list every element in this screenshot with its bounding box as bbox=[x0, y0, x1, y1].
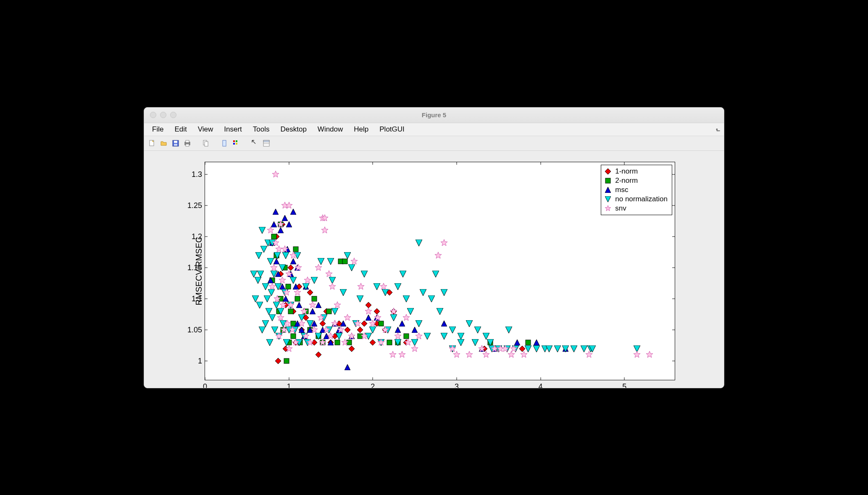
close-window-dot[interactable] bbox=[150, 112, 156, 118]
x-tick-label: 4 bbox=[539, 380, 543, 388]
data-point bbox=[279, 301, 287, 308]
dock-icon[interactable]: ↲ bbox=[715, 128, 721, 131]
svg-rect-47 bbox=[387, 340, 392, 345]
svg-rect-11 bbox=[236, 140, 237, 142]
data-point bbox=[262, 283, 269, 290]
data-point bbox=[428, 295, 435, 302]
menu-insert[interactable]: Insert bbox=[219, 124, 247, 135]
legend-entry[interactable]: msc bbox=[604, 185, 668, 195]
data-point bbox=[274, 258, 279, 264]
y-tick-label: 1 bbox=[198, 357, 205, 366]
property-inspector-icon[interactable] bbox=[262, 139, 271, 148]
data-point bbox=[441, 333, 447, 340]
edit-plot-icon[interactable] bbox=[250, 139, 259, 148]
zoom-window-dot[interactable] bbox=[170, 112, 176, 118]
data-point bbox=[472, 339, 479, 346]
data-point bbox=[533, 345, 540, 352]
data-point bbox=[273, 302, 280, 308]
data-point bbox=[292, 339, 299, 346]
data-point bbox=[304, 276, 311, 284]
legend-entry[interactable]: 1-norm bbox=[604, 167, 668, 176]
data-point bbox=[348, 332, 355, 340]
svg-rect-13 bbox=[236, 143, 237, 145]
data-point bbox=[646, 351, 653, 358]
insert-colorbar-icon[interactable] bbox=[231, 139, 241, 148]
legend-label: 2-norm bbox=[615, 176, 638, 185]
svg-rect-30 bbox=[293, 247, 298, 252]
y-axis-label: RMSECV/RMSEC bbox=[194, 237, 204, 305]
data-point bbox=[290, 209, 296, 215]
menu-desktop[interactable]: Desktop bbox=[276, 124, 311, 135]
menu-file[interactable]: File bbox=[147, 124, 168, 135]
data-point bbox=[525, 340, 531, 345]
menu-plotgui[interactable]: PlotGUI bbox=[375, 124, 409, 135]
print-icon[interactable] bbox=[183, 139, 192, 148]
legend-label: snv bbox=[615, 204, 626, 213]
data-point bbox=[389, 351, 397, 358]
data-point bbox=[365, 308, 372, 315]
axes-wrapper: 1-norm2-normmscno normalizationsnv 11.05… bbox=[205, 162, 694, 380]
data-point bbox=[284, 358, 289, 364]
legend-entry[interactable]: 2-norm bbox=[604, 176, 668, 185]
data-point bbox=[286, 221, 292, 227]
data-point bbox=[403, 333, 409, 339]
data-point bbox=[571, 345, 577, 352]
svg-rect-9 bbox=[223, 140, 226, 146]
data-point bbox=[374, 283, 380, 290]
data-point bbox=[361, 321, 367, 326]
data-point bbox=[334, 301, 341, 308]
save-icon[interactable] bbox=[171, 139, 180, 148]
data-point bbox=[309, 301, 316, 308]
menu-window[interactable]: Window bbox=[313, 124, 347, 135]
data-point bbox=[250, 271, 257, 277]
data-point bbox=[390, 308, 397, 315]
menu-view[interactable]: View bbox=[193, 124, 218, 135]
data-point bbox=[272, 171, 279, 178]
legend[interactable]: 1-norm2-normmscno normalizationsnv bbox=[601, 165, 672, 215]
data-point bbox=[283, 289, 290, 296]
svg-rect-19 bbox=[271, 234, 276, 239]
menu-edit[interactable]: Edit bbox=[170, 124, 191, 135]
data-point bbox=[382, 289, 389, 296]
data-point bbox=[288, 265, 294, 271]
svg-rect-33 bbox=[291, 334, 296, 339]
data-point bbox=[326, 308, 332, 314]
svg-rect-12 bbox=[233, 143, 235, 145]
data-point bbox=[279, 264, 286, 271]
data-point bbox=[403, 295, 410, 302]
data-point bbox=[466, 320, 473, 327]
svg-rect-49 bbox=[404, 334, 409, 339]
toolbar bbox=[144, 136, 724, 151]
legend-marker-icon bbox=[604, 195, 612, 203]
axes[interactable]: 1-norm2-normmscno normalizationsnv 11.05… bbox=[205, 162, 675, 380]
menu-tools[interactable]: Tools bbox=[248, 124, 274, 135]
data-point bbox=[282, 215, 288, 221]
new-figure-icon[interactable] bbox=[147, 139, 157, 148]
data-point bbox=[424, 333, 431, 340]
legend-entry[interactable]: no normalization bbox=[604, 195, 668, 204]
svg-rect-28 bbox=[288, 309, 293, 314]
minimize-window-dot[interactable] bbox=[160, 112, 166, 118]
data-point bbox=[310, 308, 316, 314]
data-point bbox=[458, 339, 464, 346]
data-point bbox=[334, 340, 340, 345]
link-axes-icon[interactable] bbox=[220, 139, 229, 148]
data-point bbox=[400, 271, 406, 277]
menu-help[interactable]: Help bbox=[349, 124, 373, 135]
svg-rect-15 bbox=[263, 140, 269, 142]
legend-marker-icon bbox=[604, 186, 612, 194]
legend-entry[interactable]: snv bbox=[604, 204, 668, 213]
data-point bbox=[374, 314, 381, 321]
data-point bbox=[358, 283, 365, 290]
data-point bbox=[278, 227, 284, 233]
data-point bbox=[266, 308, 272, 315]
open-icon[interactable] bbox=[159, 139, 168, 148]
data-point bbox=[345, 364, 350, 370]
print-preview-icon[interactable] bbox=[201, 139, 210, 148]
svg-rect-43 bbox=[342, 259, 347, 264]
data-point bbox=[257, 271, 264, 277]
data-point bbox=[259, 326, 266, 333]
data-point bbox=[370, 340, 376, 345]
svg-rect-41 bbox=[335, 340, 340, 345]
data-point bbox=[382, 326, 389, 334]
